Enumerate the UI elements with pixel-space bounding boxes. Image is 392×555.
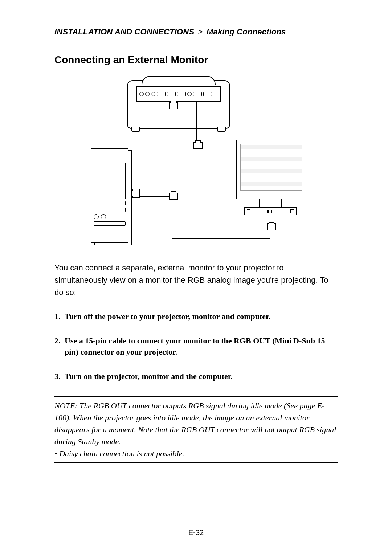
note-line: NOTE: The RGB OUT connector outputs RGB … [54, 400, 338, 448]
vga-connector-computer [132, 189, 140, 198]
note-rule-bottom [54, 462, 338, 463]
breadcrumb: INSTALLATION AND CONNECTIONS > Making Co… [54, 27, 338, 37]
step-number: 2. [54, 335, 65, 358]
page-number: E-32 [0, 529, 392, 537]
vga-connector-monitor [267, 223, 276, 230]
vga-connector-split [169, 193, 178, 200]
cable-bottom-horizontal [172, 238, 270, 239]
step-item: 1. Turn off the power to your projector,… [54, 311, 338, 322]
manual-page: INSTALLATION AND CONNECTIONS > Making Co… [0, 0, 392, 555]
step-list: 1. Turn off the power to your projector,… [54, 311, 338, 382]
cable-rgbout-vertical [196, 102, 197, 146]
intro-paragraph: You can connect a separate, external mon… [54, 262, 338, 299]
step-number: 3. [54, 371, 65, 382]
breadcrumb-subsection: Making Connections [207, 27, 286, 36]
diagram-canvas: RGB OUT [87, 80, 305, 244]
step-item: 2. Use a 15-pin cable to connect your mo… [54, 335, 338, 358]
step-text: Turn off the power to your projector, mo… [65, 311, 338, 322]
note-block: NOTE: The RGB OUT connector outputs RGB … [54, 400, 338, 460]
note-rule-top [54, 396, 338, 397]
vga-connector-midcable [193, 142, 203, 149]
vga-connector-projector [169, 102, 178, 109]
page-title: Connecting an External Monitor [54, 54, 338, 66]
external-monitor-icon [236, 140, 305, 214]
breadcrumb-section: INSTALLATION AND CONNECTIONS [54, 27, 194, 36]
step-text: Turn on the projector, monitor and the c… [65, 371, 338, 382]
note-line: • Daisy chain connection is not possible… [54, 448, 338, 460]
step-number: 1. [54, 311, 65, 322]
projector-icon [127, 80, 230, 129]
breadcrumb-separator: > [197, 27, 204, 36]
step-text: Use a 15-pin cable to connect your monit… [65, 335, 338, 358]
step-item: 3. Turn on the projector, monitor and th… [54, 371, 338, 382]
connection-diagram: RGB OUT [54, 80, 338, 244]
computer-tower-icon [94, 150, 132, 245]
